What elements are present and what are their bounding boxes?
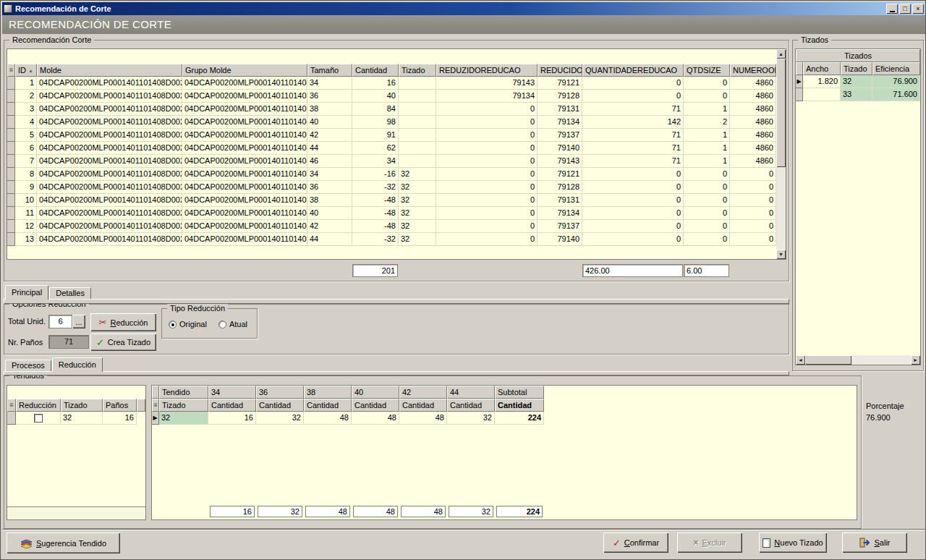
cell[interactable]: 0 xyxy=(436,220,538,233)
cell[interactable]: 04DCAP00200MLP0001401101408 xyxy=(182,220,307,233)
cell[interactable]: 32 xyxy=(447,412,495,425)
cell[interactable]: 04DCAP00200MLP0001401101408D002 xyxy=(37,181,182,194)
cell[interactable]: 04DCAP00200MLP0001401101408 xyxy=(182,155,307,168)
cell[interactable]: 2 xyxy=(15,90,37,103)
column-header[interactable]: Tizado xyxy=(399,64,436,77)
tab-principal[interactable]: Principal xyxy=(5,285,48,300)
cell[interactable]: 04DCAP00200MLP0001401101408 xyxy=(182,77,307,90)
cell[interactable]: 34 xyxy=(352,155,399,168)
cell[interactable]: 16 xyxy=(103,412,137,425)
cell[interactable]: 79140 xyxy=(538,142,582,155)
cell[interactable]: 0 xyxy=(436,129,538,142)
cell[interactable] xyxy=(399,103,436,116)
cell[interactable]: 32 xyxy=(399,207,436,220)
cell[interactable]: 32 xyxy=(399,194,436,207)
cell[interactable]: 3 xyxy=(15,103,37,116)
cell[interactable]: 44 xyxy=(307,142,352,155)
vertical-scrollbar[interactable]: ▲ ▼ xyxy=(776,49,786,259)
cell[interactable]: 71 xyxy=(582,155,684,168)
cell[interactable]: 0 xyxy=(684,220,730,233)
cell[interactable]: 7 xyxy=(15,155,37,168)
cell[interactable]: 91 xyxy=(352,129,399,142)
cell[interactable]: -48 xyxy=(352,220,399,233)
cell[interactable]: 62 xyxy=(352,142,399,155)
cell[interactable] xyxy=(399,155,436,168)
cell[interactable]: 32 xyxy=(159,412,208,425)
cell[interactable]: 16 xyxy=(208,412,256,425)
cell[interactable]: 5 xyxy=(15,129,37,142)
tab-detalles[interactable]: Detalles xyxy=(49,287,91,299)
column-header[interactable]: Cantidad xyxy=(304,399,352,412)
cell[interactable]: 12 xyxy=(15,220,37,233)
cell[interactable]: 4860 xyxy=(730,142,776,155)
cell[interactable]: 33 xyxy=(841,88,872,101)
cell[interactable] xyxy=(399,116,436,129)
cell[interactable]: 0 xyxy=(436,155,538,168)
cell[interactable]: 36 xyxy=(307,181,352,194)
ellipsis-button[interactable]: ... xyxy=(72,315,85,328)
cell[interactable]: 79143 xyxy=(538,155,582,168)
cell[interactable] xyxy=(16,412,61,425)
cell[interactable]: 4860 xyxy=(730,116,776,129)
cell[interactable]: 0 xyxy=(582,168,684,181)
cell[interactable]: 76.900 xyxy=(872,75,920,88)
cell[interactable]: 0 xyxy=(730,207,776,220)
nuevo-tizado-button[interactable]: Nuevo Tizado xyxy=(759,533,827,553)
column-header[interactable]: Cantidad xyxy=(447,399,495,412)
cell[interactable]: 79137 xyxy=(538,220,582,233)
cell[interactable]: 0 xyxy=(582,77,684,90)
cell[interactable]: 71 xyxy=(582,129,684,142)
total-unid-input[interactable]: 6 xyxy=(48,315,72,328)
cell[interactable]: 32 xyxy=(399,233,436,246)
cell[interactable]: 84 xyxy=(352,103,399,116)
cell[interactable]: 16 xyxy=(352,77,399,90)
reduccion-checkbox[interactable] xyxy=(34,414,43,423)
salir-button[interactable]: Salir xyxy=(842,533,907,553)
cell[interactable]: 79128 xyxy=(538,90,582,103)
cell[interactable]: 04DCAP00200MLP0001401101408 xyxy=(182,90,307,103)
column-header[interactable]: Ancho xyxy=(803,62,841,75)
cell[interactable]: 2 xyxy=(684,116,730,129)
cell[interactable]: 04DCAP00200MLP0001401101408D002 xyxy=(37,155,182,168)
cell[interactable] xyxy=(399,90,436,103)
cell[interactable]: 1 xyxy=(15,77,37,90)
cell[interactable] xyxy=(399,77,436,90)
cell[interactable]: 79121 xyxy=(538,168,582,181)
sugerencia-tendido-button[interactable]: Sugerencia Tendido xyxy=(7,533,120,553)
column-header[interactable]: REDUCIDO xyxy=(538,64,582,77)
cell[interactable]: 79128 xyxy=(538,181,582,194)
column-header[interactable]: REDUZIDOREDUCAO xyxy=(436,64,538,77)
cell[interactable]: 0 xyxy=(684,181,730,194)
cell[interactable]: 1 xyxy=(684,142,730,155)
cell[interactable]: 0 xyxy=(436,142,538,155)
cell[interactable]: 0 xyxy=(684,90,730,103)
cell[interactable]: 34 xyxy=(307,77,352,90)
column-header[interactable]: Cantidad xyxy=(352,64,399,77)
cell[interactable]: 42 xyxy=(307,220,352,233)
cell[interactable]: -48 xyxy=(352,207,399,220)
cell[interactable]: 4860 xyxy=(730,90,776,103)
cell[interactable]: 0 xyxy=(436,103,538,116)
cell[interactable]: 36 xyxy=(307,90,352,103)
cell[interactable]: 04DCAP00200MLP0001401101408D002 xyxy=(37,220,182,233)
cell[interactable]: 32 xyxy=(61,412,103,425)
cell[interactable]: 0 xyxy=(582,194,684,207)
radio-atual[interactable]: Atual xyxy=(218,320,247,328)
scroll-right-button[interactable]: ► xyxy=(911,355,920,365)
column-header[interactable]: ID▲ xyxy=(15,64,37,77)
cell[interactable]: 0 xyxy=(436,233,538,246)
cell[interactable]: 8 xyxy=(15,168,37,181)
cell[interactable]: 0 xyxy=(730,233,776,246)
excluir-button[interactable]: × Excluir xyxy=(677,533,742,553)
column-header[interactable]: QTDSIZE xyxy=(684,64,730,77)
cell[interactable]: 224 xyxy=(495,412,544,425)
cell[interactable]: 04DCAP00200MLP0001401101408D002 xyxy=(37,142,182,155)
cell[interactable]: 9 xyxy=(15,181,37,194)
cell[interactable]: 04DCAP00200MLP0001401101408 xyxy=(182,116,307,129)
scrollbar-thumb[interactable] xyxy=(776,59,786,167)
radio-icon[interactable] xyxy=(169,321,177,328)
column-header[interactable]: Tendido xyxy=(159,386,208,399)
cell[interactable]: 0 xyxy=(436,181,538,194)
cell[interactable]: 0 xyxy=(582,181,684,194)
cell[interactable]: 79134 xyxy=(436,90,538,103)
